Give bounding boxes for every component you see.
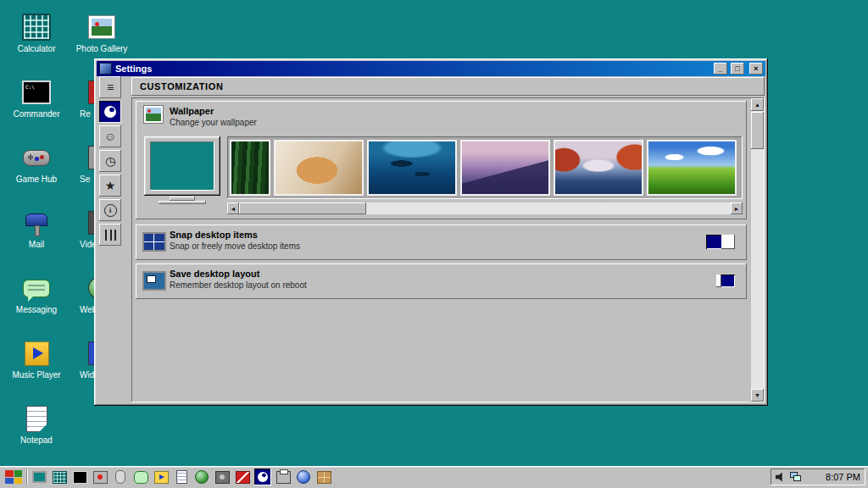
desktop-icon-notepad[interactable]: Notepad: [9, 403, 64, 445]
taskbar-browser-button[interactable]: [295, 469, 312, 485]
window-title: Settings: [115, 64, 710, 74]
desktop-icon-label: Game Hub: [9, 175, 64, 184]
save-layout-title: Save desktop layout: [170, 269, 259, 279]
taskbar-recorder-button[interactable]: [92, 469, 108, 485]
save-desktop-layout-toggle[interactable]: [716, 274, 735, 287]
wallpaper-preview-monitor: [144, 136, 220, 196]
toggle-knob: [716, 274, 721, 287]
taskbar-display-button[interactable]: [31, 469, 47, 485]
sidebar-appearance-button[interactable]: ☺: [99, 125, 121, 147]
scroll-right-icon: ►: [734, 206, 740, 212]
sidebar-menu-button[interactable]: ≡: [99, 76, 121, 98]
close-button[interactable]: ×: [749, 63, 763, 75]
snap-subtitle: Snap or freely move desktop items: [170, 241, 300, 251]
scroll-down-button[interactable]: ▼: [751, 389, 764, 402]
scroll-left-button[interactable]: ◄: [227, 202, 239, 214]
desktop-icon-messaging[interactable]: Messaging: [9, 273, 64, 314]
desktop-icon-game-hub[interactable]: Game Hub: [9, 142, 64, 184]
taskbar-calculator-button[interactable]: [51, 469, 68, 485]
settings-window-icon: [99, 63, 112, 75]
notepad-icon: [26, 406, 47, 432]
taskbar-notepad-button[interactable]: [173, 469, 190, 485]
vertical-scroll-thumb[interactable]: [751, 112, 764, 149]
monitor-stand-base: [159, 201, 206, 204]
settings-window: Settings _ □ × ≡ ☺ ◷ ★ i CUSTOMIZATION W…: [94, 58, 768, 406]
printer-icon: [276, 471, 291, 484]
taskbar: 8:07 PM: [0, 466, 868, 488]
terminal-icon: [22, 80, 51, 104]
save-desktop-layout-row: Save desktop layout Remember desktop lay…: [136, 263, 747, 299]
video-icon: [215, 471, 230, 484]
browser-globe-icon: [297, 470, 310, 484]
desktop-icon-label: Notepad: [9, 435, 64, 445]
horizontal-scroll-thumb[interactable]: [239, 202, 366, 214]
taskbar-terminal-button[interactable]: [71, 469, 88, 485]
play-icon: [154, 471, 169, 484]
snap-title: Snap desktop items: [170, 230, 258, 240]
gamepad-icon: [23, 150, 50, 166]
sidebar-info-button[interactable]: i: [99, 199, 121, 221]
taskbar-settings-button-active[interactable]: [254, 469, 271, 485]
minimize-button[interactable]: _: [714, 63, 727, 75]
taskbar-paint-button[interactable]: [234, 469, 251, 485]
globe-icon: [195, 470, 209, 484]
snap-desktop-items-toggle[interactable]: [706, 235, 735, 249]
section-header: CUSTOMIZATION: [131, 77, 765, 96]
start-button[interactable]: [5, 470, 22, 484]
desktop-icon-commander[interactable]: Commander: [9, 77, 64, 119]
content-scrollbar[interactable]: ▲ ▼: [751, 98, 764, 402]
scroll-right-button[interactable]: ►: [731, 202, 743, 214]
taskbar-mouse-button[interactable]: [112, 469, 129, 485]
start-logo-icon: [5, 470, 14, 477]
palette-icon: [104, 106, 116, 118]
wallpaper-icon: [143, 105, 164, 124]
desktop-icon-photo-gallery[interactable]: Photo Gallery: [75, 12, 129, 53]
star-icon: ★: [105, 179, 116, 192]
display-icon: [32, 471, 47, 483]
desktop-icon-label: Commander: [9, 109, 64, 119]
desktop-icon-mail[interactable]: Mail: [9, 208, 64, 249]
wallpaper-thumb-sharks-underwater[interactable]: [367, 140, 457, 196]
desktop-icon-label: Calculator: [9, 44, 64, 53]
settings-content: Wallpaper Change your wallpaper ◄: [131, 97, 765, 402]
terminal-icon: [73, 471, 87, 484]
calculator-icon: [53, 471, 67, 484]
mailbox-icon: [23, 209, 50, 236]
desktop-icon-calculator[interactable]: Calculator: [9, 12, 64, 53]
scroll-up-button[interactable]: ▲: [751, 98, 764, 111]
network-icon[interactable]: [790, 472, 801, 482]
desktop-icon-music-player[interactable]: Music Player: [9, 338, 64, 380]
taskbar-web-button[interactable]: [193, 469, 210, 485]
speech-bubble-icon: [134, 471, 148, 484]
wallpaper-thumb-green-hill-sky[interactable]: [647, 140, 737, 196]
taskbar-clock: 8:07 PM: [806, 472, 860, 482]
scroll-down-icon: ▼: [754, 392, 760, 398]
wallpaper-thumb-bamboo-forest[interactable]: [230, 140, 270, 196]
title-bar[interactable]: Settings _ □ ×: [97, 61, 765, 76]
recorder-icon: [93, 471, 108, 484]
taskbar-messaging-button[interactable]: [132, 469, 149, 485]
wallpaper-preview-screen: [150, 141, 214, 191]
wallpaper-thumb-shiba-dog[interactable]: [274, 140, 364, 196]
sidebar-system-button[interactable]: [99, 224, 121, 246]
system-tray: 8:07 PM: [771, 469, 865, 485]
taskbar-package-button[interactable]: [315, 469, 332, 485]
wallpaper-thumb-dusk-mountains[interactable]: [460, 140, 550, 196]
sidebar-clock-button[interactable]: ◷: [99, 150, 121, 172]
volume-icon[interactable]: [776, 473, 785, 482]
mouse-icon: [115, 470, 125, 484]
sidebar-favorites-button[interactable]: ★: [99, 175, 121, 197]
sidebar-customization-button[interactable]: [99, 101, 121, 123]
taskbar-video-button[interactable]: [214, 469, 231, 485]
maximize-button[interactable]: □: [731, 63, 744, 75]
wallpaper-scrollbar[interactable]: ◄ ►: [227, 202, 743, 214]
taskbar-printer-button[interactable]: [275, 469, 292, 485]
taskbar-music-button[interactable]: [153, 469, 170, 485]
paint-icon: [236, 471, 250, 484]
layout-monitor-icon: [142, 271, 166, 291]
speech-bubble-icon: [23, 280, 50, 297]
wallpaper-thumb-fuji-autumn-lake[interactable]: [554, 140, 643, 196]
desktop-icon-label: Photo Gallery: [75, 44, 129, 53]
sliders-icon: [105, 230, 116, 241]
toggle-knob: [721, 235, 735, 249]
